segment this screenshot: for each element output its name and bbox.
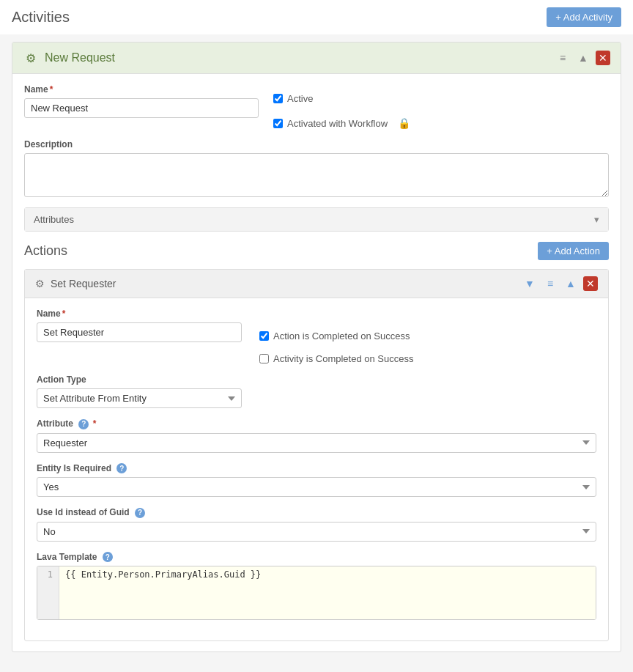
activated-workflow-label: Activated with Workflow: [287, 118, 388, 129]
lock-icon: 🔒: [398, 117, 410, 129]
attribute-group: Attribute ? * Requester: [37, 418, 596, 453]
activity-body: Name* Active Activated with Workflow 🔒: [12, 74, 621, 651]
action-header: ⚙ Set Requester ▼ ≡ ▲ ✕: [25, 270, 608, 298]
page-header: Activities + Add Activity: [0, 0, 633, 34]
lava-template-label: Lava Template ?: [37, 552, 596, 563]
activity-close-icon[interactable]: ✕: [596, 51, 610, 65]
action-filter-icon[interactable]: ▼: [522, 276, 538, 292]
entity-required-group: Entity Is Required ? Yes No: [37, 463, 596, 498]
action-name-label: Name*: [37, 309, 242, 319]
active-checkbox-group: Active: [273, 93, 609, 104]
action-completed-checkbox[interactable]: [259, 331, 269, 341]
action-type-label: Action Type: [37, 374, 596, 385]
attributes-header[interactable]: Attributes ▾: [25, 208, 608, 231]
description-label: Description: [24, 139, 609, 149]
lava-template-help-icon[interactable]: ?: [103, 552, 113, 562]
action-up-icon[interactable]: ▲: [563, 276, 579, 292]
action-card: ⚙ Set Requester ▼ ≡ ▲ ✕: [24, 269, 609, 641]
attributes-section[interactable]: Attributes ▾: [24, 207, 609, 232]
action-menu-icon[interactable]: ≡: [542, 276, 558, 292]
lava-template-group: Lava Template ? 1 {{ Entity.Person.Prima…: [37, 552, 596, 621]
attribute-help-icon[interactable]: ?: [78, 419, 89, 429]
lava-template-area[interactable]: 1 {{ Entity.Person.PrimaryAlias.Guid }}: [37, 566, 596, 620]
activated-workflow-checkbox[interactable]: [273, 119, 283, 128]
activity-name-input[interactable]: [24, 98, 259, 118]
use-id-help-icon[interactable]: ?: [135, 508, 145, 518]
activity-name-group: Name*: [24, 84, 259, 118]
main-content: ⚙ New Request ≡ ▲ ✕ Name*: [0, 34, 633, 672]
action-type-icon: ⚙: [35, 278, 45, 289]
add-action-button[interactable]: + Add Action: [538, 242, 609, 260]
action-name-group: Name*: [37, 309, 242, 342]
actions-section-header: Actions + Add Action: [24, 242, 609, 260]
attribute-label: Attribute ? *: [37, 418, 596, 429]
activated-workflow-checkbox-group: Activated with Workflow 🔒: [273, 117, 609, 129]
action-close-icon[interactable]: ✕: [583, 276, 598, 291]
action-completed-checkbox-group: Action is Completed on Success: [259, 331, 413, 341]
use-id-label: Use Id instead of Guid ?: [37, 507, 596, 518]
action-title: Set Requester: [51, 278, 116, 289]
attributes-chevron-icon: ▾: [594, 214, 599, 225]
active-label: Active: [287, 93, 313, 104]
action-completed-label: Action is Completed on Success: [273, 331, 410, 341]
attributes-label: Attributes: [34, 214, 74, 225]
activity-type-icon: ⚙: [23, 50, 39, 66]
activity-up-icon[interactable]: ▲: [575, 50, 591, 66]
use-id-select[interactable]: No Yes: [37, 522, 596, 542]
description-input[interactable]: [24, 153, 609, 197]
action-body: Name* Action is Completed on Success: [25, 298, 608, 640]
action-header-left: ⚙ Set Requester: [35, 278, 116, 289]
lava-code-line-1: 1 {{ Entity.Person.PrimaryAlias.Guid }}: [37, 566, 596, 583]
action-type-select[interactable]: Set Attribute From Entity: [37, 388, 242, 408]
activity-completed-label: Activity is Completed on Success: [273, 353, 413, 364]
activity-completed-checkbox[interactable]: [259, 354, 269, 363]
lava-line-content[interactable]: {{ Entity.Person.PrimaryAlias.Guid }}: [59, 566, 596, 583]
activity-menu-icon[interactable]: ≡: [555, 50, 571, 66]
page-title: Activities: [12, 9, 70, 26]
action-name-input[interactable]: [37, 322, 242, 342]
activity-title: New Request: [45, 51, 115, 64]
activity-completed-checkbox-group: Activity is Completed on Success: [259, 353, 413, 364]
entity-required-help-icon[interactable]: ?: [116, 463, 127, 473]
description-group: Description: [24, 139, 609, 197]
activity-card-header: ⚙ New Request ≡ ▲ ✕: [12, 43, 621, 74]
activity-name-row: Name* Active Activated with Workflow 🔒: [24, 84, 609, 129]
action-type-group: Action Type Set Attribute From Entity: [37, 374, 596, 408]
actions-section-title: Actions: [24, 243, 67, 259]
activity-name-label: Name*: [24, 84, 259, 95]
activity-header-right: ≡ ▲ ✕: [555, 50, 610, 66]
lava-line-number: 1: [37, 566, 59, 583]
activity-card: ⚙ New Request ≡ ▲ ✕ Name*: [12, 42, 621, 652]
attribute-select[interactable]: Requester: [37, 433, 596, 453]
required-star: *: [50, 84, 53, 95]
lava-empty-lines[interactable]: [37, 583, 596, 619]
active-checkbox[interactable]: [273, 94, 283, 103]
entity-required-select[interactable]: Yes No: [37, 477, 596, 497]
action-header-right: ▼ ≡ ▲ ✕: [522, 276, 598, 292]
activity-header-left: ⚙ New Request: [23, 50, 115, 66]
activity-checkbox-section: Active Activated with Workflow 🔒: [273, 84, 609, 129]
entity-required-label: Entity Is Required ?: [37, 463, 596, 474]
add-activity-button[interactable]: + Add Activity: [547, 7, 621, 27]
action-checkbox-section: Action is Completed on Success Activity …: [259, 309, 413, 364]
action-name-row: Name* Action is Completed on Success: [37, 309, 596, 364]
use-id-group: Use Id instead of Guid ? No Yes: [37, 507, 596, 542]
